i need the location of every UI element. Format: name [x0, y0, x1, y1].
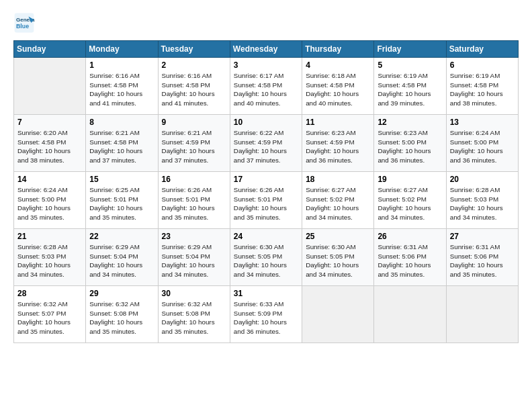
day-number: 8: [89, 118, 154, 127]
calendar-cell: 9Sunrise: 6:21 AM Sunset: 4:59 PM Daylig…: [158, 115, 230, 172]
day-number: 6: [450, 60, 515, 70]
calendar-cell: 13Sunrise: 6:24 AM Sunset: 5:00 PM Dayli…: [446, 115, 518, 172]
weekday-header-sunday: Sunday: [14, 41, 86, 58]
day-info: Sunrise: 6:26 AM Sunset: 5:01 PM Dayligh…: [234, 185, 298, 222]
day-info: Sunrise: 6:33 AM Sunset: 5:09 PM Dayligh…: [234, 300, 298, 336]
calendar-table: SundayMondayTuesdayWednesdayThursdayFrid…: [13, 40, 519, 343]
calendar-cell: 30Sunrise: 6:32 AM Sunset: 5:08 PM Dayli…: [158, 286, 230, 343]
day-info: Sunrise: 6:32 AM Sunset: 5:08 PM Dayligh…: [89, 300, 154, 336]
calendar-cell: 4Sunrise: 6:18 AM Sunset: 4:58 PM Daylig…: [302, 58, 374, 115]
weekday-header-wednesday: Wednesday: [230, 41, 302, 58]
day-info: Sunrise: 6:28 AM Sunset: 5:03 PM Dayligh…: [17, 242, 82, 279]
day-number: 26: [378, 232, 442, 241]
calendar-cell: 22Sunrise: 6:29 AM Sunset: 5:04 PM Dayli…: [86, 229, 158, 286]
day-info: Sunrise: 6:22 AM Sunset: 4:59 PM Dayligh…: [234, 128, 298, 165]
day-info: Sunrise: 6:32 AM Sunset: 5:08 PM Dayligh…: [162, 300, 226, 336]
calendar-cell: 29Sunrise: 6:32 AM Sunset: 5:08 PM Dayli…: [86, 286, 158, 343]
calendar-cell: 27Sunrise: 6:31 AM Sunset: 5:06 PM Dayli…: [446, 229, 518, 286]
day-number: 14: [17, 175, 82, 184]
day-number: 4: [306, 60, 370, 70]
calendar-cell: 14Sunrise: 6:24 AM Sunset: 5:00 PM Dayli…: [14, 172, 86, 229]
day-info: Sunrise: 6:24 AM Sunset: 5:00 PM Dayligh…: [450, 128, 515, 165]
svg-text:Blue: Blue: [16, 23, 29, 30]
day-info: Sunrise: 6:20 AM Sunset: 4:58 PM Dayligh…: [17, 128, 82, 165]
day-number: 2: [162, 60, 226, 70]
day-info: Sunrise: 6:29 AM Sunset: 5:04 PM Dayligh…: [162, 242, 226, 279]
calendar-cell: 28Sunrise: 6:32 AM Sunset: 5:07 PM Dayli…: [14, 286, 86, 343]
day-info: Sunrise: 6:16 AM Sunset: 4:58 PM Dayligh…: [162, 71, 226, 108]
day-info: Sunrise: 6:32 AM Sunset: 5:07 PM Dayligh…: [17, 300, 82, 336]
day-number: 25: [306, 232, 370, 241]
day-number: 29: [89, 289, 154, 298]
day-info: Sunrise: 6:31 AM Sunset: 5:06 PM Dayligh…: [450, 242, 515, 279]
calendar-week-1: 1Sunrise: 6:16 AM Sunset: 4:58 PM Daylig…: [14, 58, 519, 115]
calendar-cell: 19Sunrise: 6:27 AM Sunset: 5:02 PM Dayli…: [374, 172, 446, 229]
day-info: Sunrise: 6:26 AM Sunset: 5:01 PM Dayligh…: [162, 185, 226, 222]
day-number: 1: [89, 60, 154, 70]
day-number: 9: [162, 118, 226, 127]
day-number: 27: [450, 232, 515, 241]
day-info: Sunrise: 6:18 AM Sunset: 4:58 PM Dayligh…: [306, 71, 370, 108]
calendar-cell: 6Sunrise: 6:19 AM Sunset: 4:58 PM Daylig…: [446, 58, 518, 115]
day-number: 16: [162, 175, 226, 184]
calendar-cell: 16Sunrise: 6:26 AM Sunset: 5:01 PM Dayli…: [158, 172, 230, 229]
day-number: 21: [17, 232, 82, 241]
day-number: 23: [162, 232, 226, 241]
calendar-cell: 3Sunrise: 6:17 AM Sunset: 4:58 PM Daylig…: [230, 58, 302, 115]
calendar-cell: 8Sunrise: 6:21 AM Sunset: 4:58 PM Daylig…: [86, 115, 158, 172]
day-number: 22: [89, 232, 154, 241]
day-info: Sunrise: 6:19 AM Sunset: 4:58 PM Dayligh…: [378, 71, 442, 108]
day-info: Sunrise: 6:19 AM Sunset: 4:58 PM Dayligh…: [450, 71, 515, 108]
calendar-cell: 12Sunrise: 6:23 AM Sunset: 5:00 PM Dayli…: [374, 115, 446, 172]
day-info: Sunrise: 6:21 AM Sunset: 4:58 PM Dayligh…: [89, 128, 154, 165]
day-info: Sunrise: 6:24 AM Sunset: 5:00 PM Dayligh…: [17, 185, 82, 222]
day-number: 28: [17, 289, 82, 298]
day-info: Sunrise: 6:29 AM Sunset: 5:04 PM Dayligh…: [89, 242, 154, 279]
day-number: 11: [306, 118, 370, 127]
calendar-cell: 20Sunrise: 6:28 AM Sunset: 5:03 PM Dayli…: [446, 172, 518, 229]
calendar-cell: 11Sunrise: 6:23 AM Sunset: 4:59 PM Dayli…: [302, 115, 374, 172]
day-number: 19: [378, 175, 442, 184]
calendar-cell: 10Sunrise: 6:22 AM Sunset: 4:59 PM Dayli…: [230, 115, 302, 172]
day-info: Sunrise: 6:23 AM Sunset: 5:00 PM Dayligh…: [378, 128, 442, 165]
calendar-cell: 1Sunrise: 6:16 AM Sunset: 4:58 PM Daylig…: [86, 58, 158, 115]
calendar-cell: 21Sunrise: 6:28 AM Sunset: 5:03 PM Dayli…: [14, 229, 86, 286]
calendar-week-4: 21Sunrise: 6:28 AM Sunset: 5:03 PM Dayli…: [14, 229, 519, 286]
calendar-week-2: 7Sunrise: 6:20 AM Sunset: 4:58 PM Daylig…: [14, 115, 519, 172]
day-number: 5: [378, 60, 442, 70]
day-info: Sunrise: 6:25 AM Sunset: 5:01 PM Dayligh…: [89, 185, 154, 222]
calendar-cell: 18Sunrise: 6:27 AM Sunset: 5:02 PM Dayli…: [302, 172, 374, 229]
day-number: 31: [234, 289, 298, 298]
calendar-cell: [302, 286, 374, 343]
day-number: 24: [234, 232, 298, 241]
day-info: Sunrise: 6:27 AM Sunset: 5:02 PM Dayligh…: [306, 185, 370, 222]
calendar-cell: 31Sunrise: 6:33 AM Sunset: 5:09 PM Dayli…: [230, 286, 302, 343]
logo-icon: General Blue: [13, 12, 35, 34]
calendar-cell: 15Sunrise: 6:25 AM Sunset: 5:01 PM Dayli…: [86, 172, 158, 229]
calendar-cell: 23Sunrise: 6:29 AM Sunset: 5:04 PM Dayli…: [158, 229, 230, 286]
calendar-cell: 25Sunrise: 6:30 AM Sunset: 5:05 PM Dayli…: [302, 229, 374, 286]
calendar-cell: 5Sunrise: 6:19 AM Sunset: 4:58 PM Daylig…: [374, 58, 446, 115]
day-info: Sunrise: 6:16 AM Sunset: 4:58 PM Dayligh…: [89, 71, 154, 108]
calendar-week-5: 28Sunrise: 6:32 AM Sunset: 5:07 PM Dayli…: [14, 286, 519, 343]
day-number: 18: [306, 175, 370, 184]
day-info: Sunrise: 6:30 AM Sunset: 5:05 PM Dayligh…: [234, 242, 298, 279]
day-info: Sunrise: 6:23 AM Sunset: 4:59 PM Dayligh…: [306, 128, 370, 165]
calendar-week-3: 14Sunrise: 6:24 AM Sunset: 5:00 PM Dayli…: [14, 172, 519, 229]
calendar-cell: 7Sunrise: 6:20 AM Sunset: 4:58 PM Daylig…: [14, 115, 86, 172]
day-number: 30: [162, 289, 226, 298]
day-info: Sunrise: 6:28 AM Sunset: 5:03 PM Dayligh…: [450, 185, 515, 222]
calendar-cell: [14, 58, 86, 115]
day-info: Sunrise: 6:30 AM Sunset: 5:05 PM Dayligh…: [306, 242, 370, 279]
calendar-cell: 26Sunrise: 6:31 AM Sunset: 5:06 PM Dayli…: [374, 229, 446, 286]
day-number: 7: [17, 118, 82, 127]
day-number: 15: [89, 175, 154, 184]
day-number: 13: [450, 118, 515, 127]
calendar-cell: [374, 286, 446, 343]
calendar-cell: [446, 286, 518, 343]
day-info: Sunrise: 6:17 AM Sunset: 4:58 PM Dayligh…: [234, 71, 298, 108]
calendar-cell: 24Sunrise: 6:30 AM Sunset: 5:05 PM Dayli…: [230, 229, 302, 286]
calendar-cell: 17Sunrise: 6:26 AM Sunset: 5:01 PM Dayli…: [230, 172, 302, 229]
day-info: Sunrise: 6:31 AM Sunset: 5:06 PM Dayligh…: [378, 242, 442, 279]
logo: General Blue: [13, 12, 38, 34]
